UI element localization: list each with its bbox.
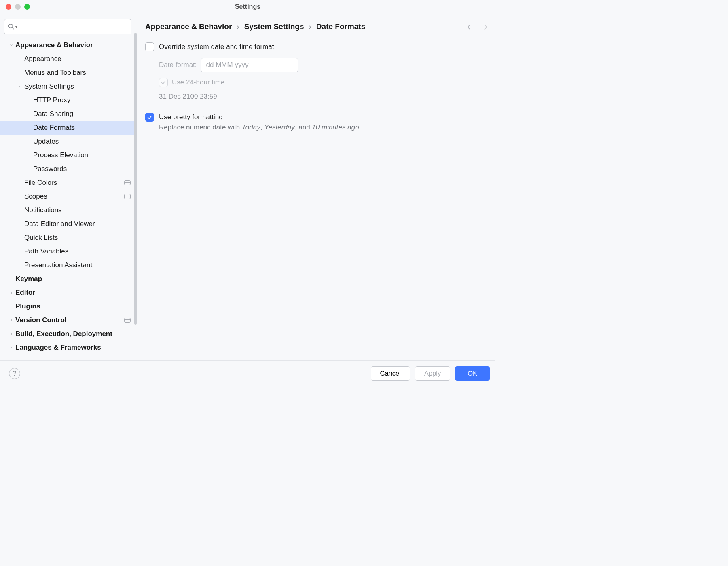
chevron-down-icon bbox=[7, 43, 15, 48]
date-format-input[interactable] bbox=[201, 58, 298, 72]
tree-item-label: Scopes bbox=[24, 192, 124, 201]
tree-item-label: Quick Lists bbox=[24, 234, 131, 242]
project-level-badge-icon bbox=[124, 180, 131, 185]
footer: ? Cancel Apply OK bbox=[0, 360, 495, 386]
pretty-formatting-checkbox[interactable] bbox=[145, 113, 154, 122]
check-icon bbox=[147, 114, 152, 120]
body: ▾ Appearance & BehaviorAppearanceMenus a… bbox=[0, 13, 495, 360]
tree-item-label: Data Editor and Viewer bbox=[24, 220, 131, 228]
window-controls bbox=[6, 4, 30, 10]
use-24h-checkbox[interactable] bbox=[159, 78, 168, 87]
tree-item-label: Menus and Toolbars bbox=[24, 69, 131, 77]
tree-item[interactable]: Process Elevation bbox=[0, 148, 135, 162]
svg-line-1 bbox=[12, 27, 14, 29]
tree-item[interactable]: Notifications bbox=[0, 203, 135, 217]
date-format-label: Date format: bbox=[159, 61, 197, 69]
tree-item[interactable]: Path Variables bbox=[0, 245, 135, 258]
tree-item[interactable]: Version Control bbox=[0, 313, 135, 327]
breadcrumb-separator-icon: › bbox=[237, 22, 239, 31]
tree-item-label: File Colors bbox=[24, 179, 124, 187]
tree-item[interactable]: Data Sharing bbox=[0, 107, 135, 121]
tree-item[interactable]: File Colors bbox=[0, 176, 135, 190]
help-button[interactable]: ? bbox=[9, 368, 20, 379]
override-checkbox[interactable] bbox=[145, 42, 154, 51]
breadcrumb-separator-icon: › bbox=[309, 22, 311, 31]
tree-item[interactable]: Keymap bbox=[0, 272, 135, 286]
titlebar: Settings bbox=[0, 0, 495, 13]
tree-item-label: Presentation Assistant bbox=[24, 261, 131, 269]
maximize-window-button[interactable] bbox=[24, 4, 30, 10]
tree-item-label: Process Elevation bbox=[33, 151, 131, 159]
cancel-button[interactable]: Cancel bbox=[371, 366, 410, 381]
nav-forward-button[interactable] bbox=[480, 23, 488, 33]
tree-item-label: Updates bbox=[33, 137, 131, 146]
tree-item-label: Appearance & Behavior bbox=[15, 41, 131, 49]
nav-back-button[interactable] bbox=[466, 23, 474, 33]
tree-item[interactable]: Updates bbox=[0, 135, 135, 148]
search-dropdown-caret-icon: ▾ bbox=[15, 25, 17, 29]
tree-item-label: Editor bbox=[15, 289, 131, 297]
chevron-right-icon bbox=[7, 345, 15, 350]
arrow-right-icon bbox=[480, 23, 488, 31]
tree-item-label: Build, Execution, Deployment bbox=[15, 330, 131, 338]
breadcrumb-item: Appearance & Behavior bbox=[145, 22, 232, 31]
date-preview: 31 Dec 2100 23:59 bbox=[159, 93, 486, 101]
search-input[interactable]: ▾ bbox=[4, 19, 131, 34]
chevron-right-icon bbox=[7, 290, 15, 295]
window-title: Settings bbox=[235, 3, 260, 11]
tree-item[interactable]: Appearance bbox=[0, 52, 135, 66]
svg-point-0 bbox=[9, 24, 13, 28]
tree-item[interactable]: Quick Lists bbox=[0, 231, 135, 245]
tree-item[interactable]: Passwords bbox=[0, 162, 135, 176]
settings-window: Settings ▾ Appearance & BehaviorAppearan… bbox=[0, 0, 495, 386]
project-level-badge-icon bbox=[124, 318, 131, 323]
apply-button[interactable]: Apply bbox=[415, 366, 450, 381]
tree-item-label: Data Sharing bbox=[33, 110, 131, 118]
chevron-right-icon bbox=[7, 318, 15, 323]
tree-item-label: Keymap bbox=[15, 275, 131, 283]
tree-item-label: Passwords bbox=[33, 165, 131, 173]
tree-item-label: HTTP Proxy bbox=[33, 96, 131, 104]
chevron-right-icon bbox=[7, 332, 15, 336]
tree-item[interactable]: Presentation Assistant bbox=[0, 258, 135, 272]
tree-item[interactable]: Data Editor and Viewer bbox=[0, 217, 135, 231]
chevron-down-icon bbox=[16, 84, 24, 89]
project-level-badge-icon bbox=[124, 194, 131, 199]
close-window-button[interactable] bbox=[6, 4, 11, 10]
ok-button[interactable]: OK bbox=[455, 366, 490, 381]
pretty-formatting-label: Use pretty formatting bbox=[159, 113, 223, 122]
override-label: Override system date and time format bbox=[159, 42, 274, 51]
breadcrumb-item: System Settings bbox=[244, 22, 304, 31]
main-panel: Appearance & Behavior › System Settings … bbox=[135, 13, 495, 360]
minimize-window-button[interactable] bbox=[15, 4, 21, 10]
settings-tree[interactable]: Appearance & BehaviorAppearanceMenus and… bbox=[0, 38, 135, 360]
tree-item-label: Notifications bbox=[24, 206, 131, 214]
check-icon bbox=[161, 80, 166, 85]
tree-item-label: Version Control bbox=[15, 316, 124, 324]
pretty-formatting-description: Replace numeric date with Today, Yesterd… bbox=[159, 123, 486, 131]
tree-item[interactable]: Appearance & Behavior bbox=[0, 38, 135, 52]
tree-item[interactable]: Editor bbox=[0, 286, 135, 300]
breadcrumb: Appearance & Behavior › System Settings … bbox=[145, 22, 486, 31]
breadcrumb-item: Date Formats bbox=[316, 22, 365, 31]
tree-item[interactable]: HTTP Proxy bbox=[0, 93, 135, 107]
tree-item-label: System Settings bbox=[24, 82, 131, 91]
tree-item-label: Path Variables bbox=[24, 247, 131, 256]
tree-item-label: Plugins bbox=[15, 302, 131, 310]
tree-item[interactable]: Menus and Toolbars bbox=[0, 66, 135, 80]
tree-item-label: Appearance bbox=[24, 55, 131, 63]
tree-item[interactable]: Plugins bbox=[0, 300, 135, 313]
arrow-left-icon bbox=[466, 23, 474, 31]
search-icon bbox=[8, 23, 15, 30]
sidebar: ▾ Appearance & BehaviorAppearanceMenus a… bbox=[0, 13, 135, 360]
tree-item-label: Date Formats bbox=[33, 124, 131, 132]
tree-item-label: Languages & Frameworks bbox=[15, 344, 131, 352]
use-24h-label: Use 24-hour time bbox=[172, 78, 224, 87]
tree-item[interactable]: Languages & Frameworks bbox=[0, 341, 135, 355]
tree-item[interactable]: Scopes bbox=[0, 190, 135, 203]
tree-item[interactable]: System Settings bbox=[0, 80, 135, 93]
tree-item[interactable]: Date Formats bbox=[0, 121, 135, 135]
tree-item[interactable]: Build, Execution, Deployment bbox=[0, 327, 135, 341]
